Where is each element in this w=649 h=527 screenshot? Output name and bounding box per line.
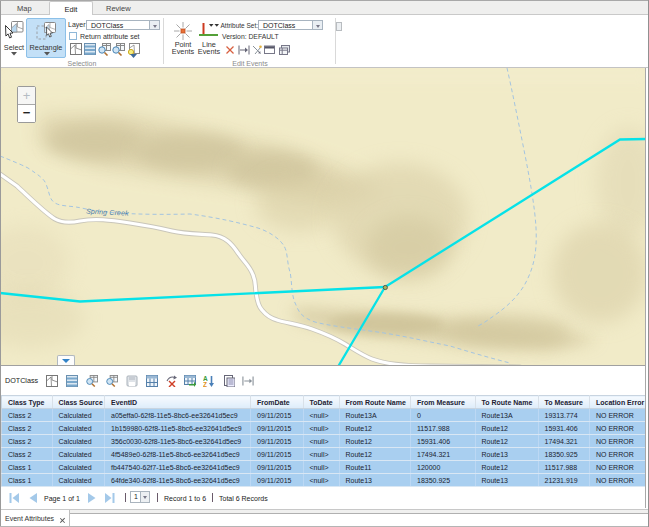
svg-text:Z: Z <box>203 381 207 387</box>
